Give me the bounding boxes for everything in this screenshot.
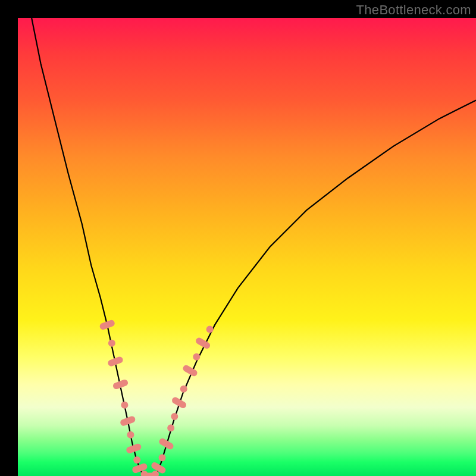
data-marker [108,340,115,347]
data-marker [167,424,174,431]
plot-area [18,18,476,476]
data-marker [133,456,140,464]
data-marker [158,437,174,451]
watermark-text: TheBottleneck.com [356,2,471,18]
data-marker [193,353,200,361]
data-marker [99,319,115,330]
data-marker [180,386,187,393]
data-marker [127,431,134,439]
data-marker [121,402,128,409]
data-marker [126,443,142,454]
data-marker [171,413,178,420]
right-curve [155,101,476,476]
data-marker [206,326,214,333]
curve-svg [18,18,476,476]
data-marker [171,396,187,410]
data-markers [99,319,214,476]
chart-frame: TheBottleneck.com [0,0,476,476]
data-marker [159,454,166,461]
data-marker [120,415,136,427]
